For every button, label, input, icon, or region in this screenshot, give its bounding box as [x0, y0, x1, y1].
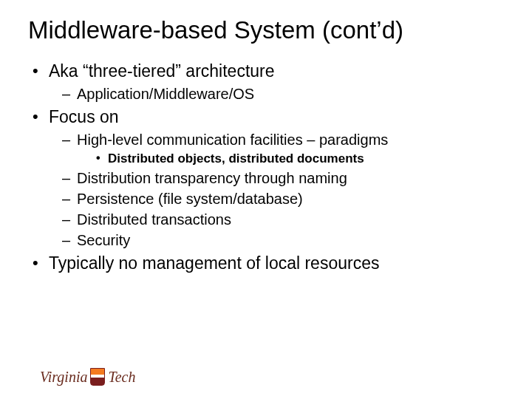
- logo-text-right: Tech: [108, 369, 135, 386]
- slide: Middleware-based System (cont’d) Aka “th…: [0, 0, 532, 399]
- shield-icon: [90, 368, 105, 386]
- slide-title: Middleware-based System (cont’d): [0, 0, 532, 49]
- sub-list: Application/Middleware/OS: [49, 84, 502, 103]
- bullet-item: Aka “three-tiered” architecture Applicat…: [30, 61, 502, 103]
- bullet-text: Security: [77, 232, 130, 248]
- sub-bullet-item: Distributed transactions: [62, 210, 502, 229]
- bullet-text: Persistence (file system/database): [77, 191, 303, 207]
- sub-list: High-level communication facilities – pa…: [49, 130, 502, 250]
- bullet-text: Distributed objects, distributed documen…: [108, 151, 364, 166]
- bullet-text: Distribution transparency through naming: [77, 170, 347, 186]
- vt-logo: Virginia Tech: [40, 368, 136, 386]
- subsub-list: Distributed objects, distributed documen…: [77, 151, 502, 167]
- bullet-text: Distributed transactions: [77, 211, 231, 228]
- sub-bullet-item: Application/Middleware/OS: [62, 84, 502, 103]
- sub-bullet-item: High-level communication facilities – pa…: [62, 130, 502, 167]
- bullet-list: Aka “three-tiered” architecture Applicat…: [30, 61, 502, 275]
- sub-bullet-item: Distribution transparency through naming: [62, 168, 502, 188]
- slide-body: Aka “three-tiered” architecture Applicat…: [0, 49, 532, 275]
- bullet-text: Aka “three-tiered” architecture: [49, 61, 275, 81]
- bullet-item: Typically no management of local resourc…: [30, 253, 502, 275]
- bullet-text: Typically no management of local resourc…: [49, 253, 379, 273]
- bullet-text: Application/Middleware/OS: [77, 86, 254, 102]
- sub-bullet-item: Security: [62, 231, 502, 250]
- subsub-bullet-item: Distributed objects, distributed documen…: [96, 151, 502, 167]
- sub-bullet-item: Persistence (file system/database): [62, 189, 502, 208]
- logo-text-left: Virginia: [40, 369, 87, 386]
- bullet-item: Focus on High-level communication facili…: [30, 106, 502, 250]
- bullet-text: Focus on: [49, 107, 119, 126]
- bullet-text: High-level communication facilities – pa…: [77, 132, 388, 148]
